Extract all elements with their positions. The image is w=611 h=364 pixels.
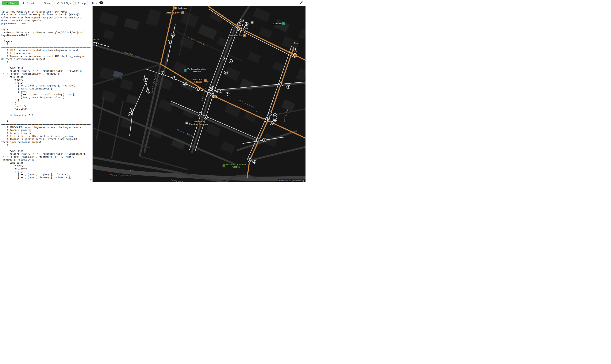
ped-marker[interactable] (95, 42, 98, 46)
code-line: Node icons = PWG tier symbols. (1, 19, 91, 22)
poi-label: Row (294, 42, 298, 44)
code-editor[interactable]: ---title: PWG Pedestrian Infrastructure … (0, 6, 93, 182)
crossing-marker[interactable] (245, 22, 249, 26)
map-attribution[interactable]: Protomaps © OpenStreetMap (278, 179, 306, 182)
poi-verillas[interactable]: TVerillas AlternativeFashion (184, 68, 206, 73)
poi-label: 7-Eleven (273, 22, 281, 25)
restaurant-poi-icon: Ψ (251, 21, 253, 24)
share-button[interactable]: Share (38, 1, 53, 5)
ped-marker[interactable] (183, 82, 187, 86)
crossing-marker[interactable] (268, 112, 272, 115)
ped-marker[interactable] (146, 90, 150, 93)
crossing-marker[interactable] (253, 160, 256, 164)
ped-marker[interactable] (168, 40, 172, 44)
poi-uptown-garden[interactable]: ♣Uptown CommunityGarden (223, 163, 246, 168)
editor-resize-handle[interactable] (90, 179, 92, 182)
ped-marker[interactable] (226, 92, 229, 96)
code-line: OR tactile_paving:colour present) (1, 58, 91, 61)
ped-marker[interactable] (224, 71, 228, 75)
crossing-marker[interactable] (216, 89, 219, 92)
code-line: ] (1, 99, 91, 102)
uptown-garden-poi-icon: ♣ (223, 164, 226, 167)
lamplighter-poi-icon: ☕ (185, 122, 188, 124)
code-line: ["==", ["get", "tactile_paving"], "no"], (1, 93, 91, 96)
fullscreen-button[interactable] (299, 1, 303, 5)
crossing-marker[interactable] (240, 19, 244, 22)
fresca-poi-icon: Ψ (204, 79, 207, 82)
code-line: ["any", (1, 91, 91, 93)
ped-marker[interactable] (223, 57, 226, 60)
poi-label: Verillas AlternativeFashion (187, 68, 206, 73)
crossing-orange-marker[interactable] (293, 53, 297, 57)
map-canvas[interactable]: West Cary StreetHerbert Hamlet AlleySout… (93, 6, 306, 182)
code-line: ========================================… (1, 123, 91, 126)
code-line: extends: https://api.protomaps.com/style… (1, 31, 91, 34)
ped-marker[interactable] (198, 113, 202, 116)
pick-style-button-label: Pick Style (61, 2, 71, 5)
code-line: - type: fill (1, 67, 91, 70)
crossing-marker[interactable] (242, 29, 245, 32)
code-line (1, 117, 91, 120)
ped-marker[interactable] (219, 89, 222, 93)
code-line: title: PWG Pedestrian Infrastructure (Ti… (1, 11, 91, 13)
crossing-marker[interactable] (236, 27, 239, 31)
crossing-marker[interactable] (273, 118, 277, 122)
code-line: ["==", ["get", "highway"], "footway"], (1, 173, 91, 176)
ped-marker[interactable] (294, 49, 297, 52)
poi-label: own In (93, 38, 99, 40)
code-line: "#4fc3f7", (1, 105, 91, 108)
crossing-marker[interactable] (270, 121, 274, 125)
poi-own-in[interactable]: own In (93, 38, 99, 40)
ped-marker[interactable] (238, 23, 241, 26)
poi-fresca[interactable]: ΨFresca onAddison (193, 78, 207, 83)
run-button[interactable]: ▶ Run (2, 1, 19, 5)
poi-seven-eleven[interactable]: ⌂7-Eleven (273, 22, 285, 25)
code-line: # (1, 120, 91, 123)
ped-marker[interactable] (244, 26, 248, 29)
poi-smoke-and-barrel[interactable]: ΨSmoke & Barre (166, 11, 184, 14)
brush-icon (57, 2, 59, 4)
map-markers-svg (93, 6, 306, 182)
crossing-marker[interactable] (273, 114, 277, 117)
crossing-marker[interactable] (211, 86, 214, 90)
poi-label: Barbecue (178, 7, 187, 9)
ped-marker[interactable] (280, 82, 283, 86)
ped-marker[interactable] (171, 33, 175, 37)
app-window: ▶ Run Export Share Pick Style ? Help Ult… (0, 0, 306, 182)
export-icon (23, 2, 26, 4)
ped-marker[interactable] (130, 108, 134, 112)
export-button[interactable]: Export (21, 1, 36, 5)
ped-marker[interactable] (161, 71, 164, 75)
ped-marker[interactable] (263, 138, 266, 142)
ped-marker[interactable] (144, 78, 147, 82)
ped-marker[interactable] (287, 85, 290, 89)
crossing-marker[interactable] (207, 93, 211, 96)
crossing-marker[interactable] (266, 117, 270, 121)
code-line: ] (1, 111, 91, 114)
code-line: ["==", ["get", "area:highway"], "footway… (1, 73, 91, 76)
code-line: Color = PWG tier from mapped tags; patte… (1, 16, 91, 19)
ped-marker[interactable] (173, 77, 176, 80)
pick-style-button[interactable]: Pick Style (54, 1, 74, 5)
poi-lamplighter[interactable]: ☕LamplighterRoasting Company (185, 120, 208, 125)
code-line: # Diamond: + incline:across + (tactile_p… (1, 138, 91, 141)
poi-row[interactable]: Row (294, 42, 298, 44)
ped-marker[interactable] (256, 138, 260, 142)
ped-marker[interactable] (204, 115, 208, 119)
code-line: # Diamond = incline:across present AND (… (1, 55, 91, 58)
poi-label: Uptown CommunityGarden (226, 163, 246, 168)
crossing-orange-marker[interactable] (213, 95, 217, 98)
code-line: # (1, 61, 91, 64)
help-button[interactable]: ? Help (76, 1, 88, 5)
ped-marker[interactable] (196, 87, 199, 91)
code-line: # (1, 144, 91, 147)
ped-marker[interactable] (229, 59, 233, 63)
code-line: # Gold: + lit + width + incline + tactil… (1, 135, 91, 138)
editor-code[interactable]: ---title: PWG Pedestrian Infrastructure … (1, 7, 91, 179)
ped-marker[interactable] (128, 113, 132, 116)
crossing-marker[interactable] (248, 158, 252, 162)
poi-pearl-paw-bar[interactable]: YPearl Paw Bar (228, 34, 246, 37)
poi-restaurant[interactable]: Ψ (251, 21, 253, 24)
poi-label: Smoke & Barre (166, 11, 181, 14)
poi-barbecue[interactable]: ΨBarbecue (174, 7, 187, 10)
